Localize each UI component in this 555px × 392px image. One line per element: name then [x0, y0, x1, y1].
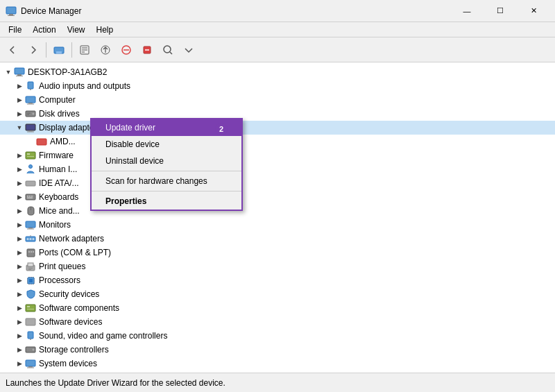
svg-point-14 — [164, 46, 171, 53]
storage-icon — [25, 344, 36, 355]
tree-item-ide[interactable]: ▶ IDE ATA/... — [0, 176, 555, 190]
tree-item-amd[interactable]: AMD... — [0, 135, 555, 148]
tree-item-software-dev[interactable]: ▶ Software devices — [0, 315, 555, 329]
ide-label: IDE ATA/... — [39, 178, 79, 188]
context-menu-update-driver[interactable]: Update driver 2 — [92, 119, 241, 136]
keyboard-expander[interactable]: ▶ — [14, 191, 25, 203]
tree-item-system[interactable]: ▶ System devices — [0, 357, 555, 370]
app-icon — [6, 6, 17, 17]
usb-icon — [25, 372, 36, 373]
system-expander[interactable]: ▶ — [14, 358, 25, 369]
processors-expander[interactable]: ▶ — [14, 275, 25, 286]
svg-rect-18 — [16, 76, 23, 76]
svg-rect-74 — [27, 306, 30, 307]
software-dev-expander[interactable]: ▶ — [14, 316, 25, 327]
uninstall-button[interactable] — [137, 40, 157, 60]
tree-item-computer[interactable]: ▶ Computer — [0, 93, 555, 107]
tree-item-ports[interactable]: ▶ Ports (COM & LPT) — [0, 246, 555, 259]
disk-label: Disk drives — [39, 109, 80, 119]
tree-root[interactable]: ▼ DESKTOP-3A1AGB2 — [0, 65, 555, 79]
svg-rect-56 — [28, 263, 33, 266]
tree-item-software-comp[interactable]: ▶ Software components — [0, 301, 555, 315]
software-comp-expander[interactable]: ▶ — [14, 302, 25, 314]
context-menu-sep-2 — [92, 191, 241, 191]
maximize-button[interactable]: ☐ — [484, 0, 516, 22]
print-expander[interactable]: ▶ — [14, 261, 25, 272]
svg-point-52 — [28, 251, 30, 253]
tree-item-sound[interactable]: ▶ Sound, video and game controllers — [0, 329, 555, 343]
menu-help[interactable]: Help — [91, 24, 119, 36]
tree-item-monitors[interactable]: ▶ Monitors — [0, 218, 555, 232]
monitors-icon — [25, 219, 36, 230]
back-button[interactable] — [3, 40, 22, 60]
security-label: Security devices — [39, 289, 99, 299]
tree-item-network[interactable]: ▶ Network adapters — [0, 232, 555, 246]
tree-item-print[interactable]: ▶ Print queues — [0, 259, 555, 273]
root-expander[interactable]: ▼ — [3, 67, 14, 78]
root-label: DESKTOP-3A1AGB2 — [28, 67, 108, 77]
svg-rect-2 — [8, 15, 15, 16]
hid-expander[interactable]: ▶ — [14, 164, 25, 175]
disk-expander[interactable]: ▶ — [14, 108, 25, 119]
minimize-button[interactable]: — — [451, 0, 483, 22]
audio-icon — [25, 80, 36, 92]
usb-expander[interactable]: ▶ — [14, 372, 25, 373]
svg-rect-23 — [27, 103, 34, 104]
tree-item-processors[interactable]: ▶ Proces — [0, 273, 555, 287]
status-bar: Launches the Update Driver Wizard for th… — [0, 373, 555, 392]
audio-expander[interactable]: ▶ — [14, 80, 25, 92]
tree-item-keyboard[interactable]: ▶ Keyboards — [0, 190, 555, 204]
ports-expander[interactable]: ▶ — [14, 247, 25, 258]
context-menu-properties[interactable]: Properties — [92, 193, 241, 210]
tree-item-hid[interactable]: ▶ Human I... — [0, 162, 555, 176]
mice-expander[interactable]: ▶ — [14, 205, 25, 216]
svg-rect-51 — [27, 249, 35, 257]
storage-expander[interactable]: ▶ — [14, 344, 25, 355]
svg-rect-60 — [29, 279, 33, 282]
security-expander[interactable]: ▶ — [14, 289, 25, 300]
context-menu-disable[interactable]: Disable device — [92, 136, 241, 153]
context-menu-scan[interactable]: Scan for hardware changes — [92, 173, 241, 189]
svg-rect-40 — [31, 196, 33, 197]
svg-rect-38 — [27, 196, 28, 197]
tree-item-firmware[interactable]: ▶ Firmware — [0, 148, 555, 162]
sound-expander[interactable]: ▶ — [14, 330, 25, 341]
svg-rect-4 — [56, 51, 62, 53]
svg-rect-57 — [28, 268, 33, 269]
firmware-expander[interactable]: ▶ — [14, 150, 25, 161]
computer-expander[interactable]: ▶ — [14, 94, 25, 105]
close-button[interactable]: ✕ — [518, 0, 549, 22]
svg-rect-44 — [28, 228, 33, 229]
properties-button[interactable] — [75, 40, 94, 60]
svg-point-47 — [27, 238, 29, 240]
tree-view[interactable]: ▼ DESKTOP-3A1AGB2 ▶ Audio inputs and out… — [0, 62, 555, 373]
ide-expander[interactable]: ▶ — [14, 178, 25, 189]
main-area: ▼ DESKTOP-3A1AGB2 ▶ Audio inputs and out… — [0, 62, 555, 373]
hid-icon — [25, 164, 36, 175]
update-driver-button[interactable] — [96, 40, 115, 60]
menu-file[interactable]: File — [3, 24, 27, 36]
disable-button[interactable] — [117, 40, 136, 60]
network-expander[interactable]: ▶ — [14, 233, 25, 244]
svg-rect-17 — [17, 74, 22, 76]
display-expander[interactable]: ▼ — [14, 122, 25, 133]
tree-item-display[interactable]: ▼ Display adapters 1 — [0, 121, 555, 135]
toolbar-separator-2 — [71, 42, 72, 58]
forward-button[interactable] — [24, 40, 43, 60]
menu-view[interactable]: View — [62, 24, 91, 36]
monitors-expander[interactable]: ▶ — [14, 219, 25, 230]
tree-item-disk[interactable]: ▶ Disk drives — [0, 107, 555, 121]
home-button[interactable] — [49, 40, 69, 60]
svg-rect-33 — [27, 153, 30, 155]
menu-action[interactable]: Action — [27, 24, 61, 36]
tree-item-mice[interactable]: ▶ Mice and... — [0, 204, 555, 218]
expand-button[interactable] — [179, 40, 198, 60]
svg-rect-28 — [26, 124, 35, 130]
scan-button[interactable] — [158, 40, 178, 60]
tree-item-usb[interactable]: ▶ Universal Serial Bus controllers — [0, 370, 555, 373]
tree-item-storage[interactable]: ▶ Storage controllers — [0, 343, 555, 357]
tree-item-audio[interactable]: ▶ Audio inputs and outputs — [0, 79, 555, 93]
context-menu-uninstall[interactable]: Uninstall device — [92, 153, 241, 169]
tree-item-security[interactable]: ▶ Security devices — [0, 287, 555, 301]
svg-line-15 — [170, 52, 172, 54]
